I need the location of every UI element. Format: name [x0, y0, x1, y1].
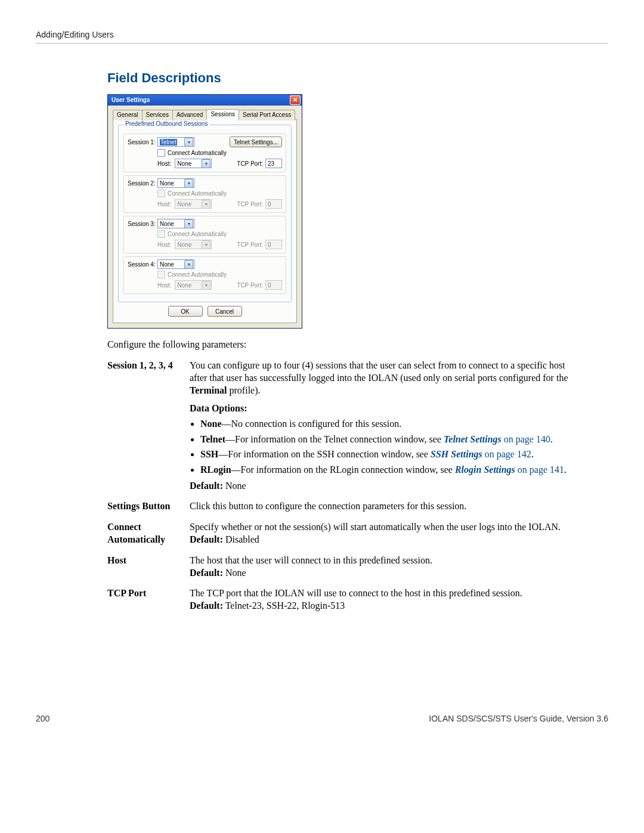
group-label: Predefined Outbound Sessions: [123, 120, 209, 127]
telnet-settings-link[interactable]: Telnet Settings: [444, 434, 501, 444]
session-3-host-combo: None ▾: [175, 240, 212, 249]
desc-session-text: You can configure up to four (4) session…: [190, 360, 568, 383]
host-label: Host:: [157, 160, 171, 167]
session-1-port-field[interactable]: 23: [265, 159, 282, 168]
opt-telnet: Telnet—For information on the Telnet con…: [200, 433, 580, 446]
session-1-host-combo[interactable]: None ▾: [175, 159, 212, 168]
desc-session-tail: profile).: [227, 385, 261, 395]
close-icon[interactable]: ✕: [290, 95, 301, 105]
session-1-type-combo[interactable]: Telnet ▾: [157, 137, 194, 147]
opt-none: None—No connection is configured for thi…: [200, 417, 580, 431]
connect-auto-label: Connect Automatically: [168, 271, 227, 278]
tabstrip: General Services Advanced Sessions Seria…: [113, 109, 297, 120]
tcp-port-label: TCP Port:: [237, 282, 263, 289]
session-1-type-value: Telnet: [160, 139, 177, 145]
term-host: Host: [107, 552, 190, 586]
session-3-connect-auto: Connect Automatically: [157, 230, 228, 238]
session-2-host-value: None: [177, 201, 191, 208]
rlogin-settings-link[interactable]: Rlogin Settings: [455, 465, 515, 475]
session-3-label: Session 3:: [128, 221, 157, 227]
breadcrumb: Adding/Editing Users: [36, 30, 608, 44]
tcp-port-label: TCP Port:: [237, 160, 263, 167]
cancel-button[interactable]: Cancel: [208, 306, 242, 317]
session-1-connect-auto[interactable]: Connect Automatically: [157, 149, 228, 157]
tcp-port-label: TCP Port:: [237, 241, 263, 248]
ok-button[interactable]: OK: [168, 306, 203, 317]
term-connect-auto: Connect Automatically: [107, 519, 190, 552]
tab-general[interactable]: General: [113, 110, 143, 120]
session-2-label: Session 2:: [128, 180, 157, 187]
desc-session: You can configure up to four (4) session…: [190, 357, 584, 498]
session-4-host-combo: None ▾: [175, 280, 212, 290]
session-3-type-value: None: [160, 221, 174, 227]
session-4-host-value: None: [177, 282, 191, 289]
checkbox-icon: [157, 271, 165, 278]
session-2-port-field: 0: [265, 199, 282, 209]
session-3-port-field: 0: [265, 240, 282, 249]
session-2-connect-auto: Connect Automatically: [157, 190, 228, 197]
chevron-down-icon: ▾: [184, 260, 193, 269]
opt-ssh: SSH—For information on the SSH connectio…: [200, 448, 580, 461]
default-label: Default:: [190, 481, 223, 491]
session-1-host-value: None: [177, 160, 191, 167]
default-value: None: [223, 481, 246, 491]
session-4-type-combo[interactable]: None ▾: [157, 259, 194, 269]
section-title: Field Descriptions: [107, 70, 584, 86]
chevron-down-icon: ▾: [202, 159, 210, 168]
chevron-down-icon: ▾: [202, 281, 210, 290]
field-description-table: Session 1, 2, 3, 4 You can configure up …: [107, 357, 584, 618]
host-label: Host:: [157, 201, 171, 208]
session-3-type-combo[interactable]: None ▾: [157, 219, 194, 228]
desc-settings-button: Click this button to configure the conne…: [190, 498, 584, 519]
session-1-block: Session 1: Telnet ▾ Telnet Settings...: [123, 134, 286, 172]
session-3-block: Session 3: None ▾ Conn: [123, 216, 286, 253]
chevron-down-icon: ▾: [202, 240, 210, 249]
ssh-settings-link[interactable]: SSH Settings: [431, 449, 482, 459]
user-settings-dialog: User Settings ✕ General Services Advance…: [107, 94, 302, 329]
predefined-outbound-group: Predefined Outbound Sessions Session 1: …: [118, 125, 292, 302]
checkbox-icon: [157, 190, 165, 197]
connect-auto-label: Connect Automatically: [168, 150, 227, 156]
connect-auto-label: Connect Automatically: [168, 231, 227, 237]
data-options-heading: Data Options:: [190, 402, 580, 415]
guide-version: IOLAN SDS/SCS/STS User's Guide, Version …: [429, 714, 608, 723]
session-2-block: Session 2: None ▾ Conn: [123, 175, 286, 213]
session-4-type-value: None: [160, 261, 174, 268]
tcp-port-label: TCP Port:: [237, 201, 263, 208]
session-1-label: Session 1:: [128, 139, 157, 145]
session-2-host-combo: None ▾: [175, 199, 212, 209]
host-label: Host:: [157, 241, 171, 248]
desc-host: The host that the user will connect to i…: [190, 552, 584, 586]
term-settings-button: Settings Button: [107, 498, 190, 519]
desc-tcp-port: The TCP port that the IOLAN will use to …: [190, 585, 584, 618]
tab-sessions[interactable]: Sessions: [206, 109, 239, 120]
session-2-type-value: None: [160, 180, 174, 187]
host-label: Host:: [157, 282, 171, 289]
desc-connect-auto: Specify whether or not the session(s) wi…: [190, 519, 584, 552]
dialog-title: User Settings: [112, 95, 150, 106]
term-tcp-port: TCP Port: [107, 585, 190, 618]
opt-rlogin: RLogin—For information on the RLogin con…: [200, 463, 580, 476]
page-number: 200: [36, 714, 49, 723]
chevron-down-icon: ▾: [184, 138, 193, 147]
chevron-down-icon: ▾: [184, 219, 193, 228]
tab-serial-port-access[interactable]: Serial Port Access: [239, 110, 295, 120]
tabpage-sessions: Predefined Outbound Sessions Session 1: …: [113, 119, 297, 323]
checkbox-icon: [157, 230, 165, 238]
intro-text: Configure the following parameters:: [107, 339, 584, 350]
session-4-label: Session 4:: [128, 261, 157, 268]
telnet-settings-button[interactable]: Telnet Settings...: [230, 137, 282, 147]
desc-session-bold: Terminal: [190, 385, 227, 395]
dialog-titlebar[interactable]: User Settings ✕: [108, 95, 302, 106]
chevron-down-icon: ▾: [184, 179, 193, 188]
checkbox-icon: [157, 149, 165, 157]
tab-advanced[interactable]: Advanced: [172, 110, 207, 120]
chevron-down-icon: ▾: [202, 200, 210, 209]
session-4-port-field: 0: [265, 280, 282, 290]
term-session: Session 1, 2, 3, 4: [107, 357, 190, 498]
tab-services[interactable]: Services: [142, 110, 173, 120]
session-2-type-combo[interactable]: None ▾: [157, 178, 194, 188]
session-3-host-value: None: [177, 241, 191, 248]
session-4-connect-auto: Connect Automatically: [157, 271, 228, 278]
connect-auto-label: Connect Automatically: [168, 190, 227, 197]
